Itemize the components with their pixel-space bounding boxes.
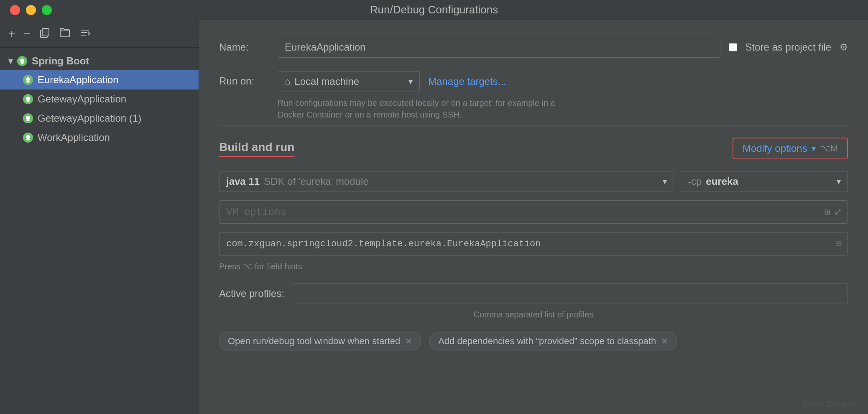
- active-profiles-row: Active profiles:: [219, 283, 848, 304]
- sidebar-item-label: GetewayApplication: [38, 93, 126, 105]
- name-label: Name:: [219, 41, 269, 53]
- content-panel: Name: Store as project file ⚙ Run on: ⌂ …: [199, 20, 868, 414]
- window-title: Run/Debug Configurations: [370, 3, 498, 16]
- section-header: Build and run Modify options ▾ ⌥M: [219, 138, 848, 159]
- group-label: Spring Boot: [32, 55, 89, 67]
- sidebar-item-label: GetewayApplication (1): [38, 112, 141, 124]
- vm-expand-icon[interactable]: ⊞: [825, 207, 830, 218]
- titlebar: Run/Debug Configurations: [0, 0, 868, 20]
- sdk-java-label: java 11: [226, 176, 260, 187]
- sidebar: + −: [0, 20, 199, 414]
- active-profiles-input[interactable]: [293, 283, 848, 304]
- copy-config-button[interactable]: [39, 27, 51, 41]
- watermark: CSDN @zxguan: [803, 399, 858, 408]
- divider: [219, 125, 848, 126]
- sidebar-item-label: EurekaApplication: [38, 74, 118, 86]
- sidebar-tree: ▾ Spring Boot EurekaApplication: [0, 48, 199, 414]
- section-title: Build and run: [219, 141, 294, 156]
- cp-label: -cp: [688, 176, 702, 187]
- vm-options-icons: ⊞ ⤢: [825, 207, 842, 218]
- sdk-dropdown-arrow-icon: ▾: [663, 176, 667, 187]
- run-on-value: Local machine: [294, 76, 359, 87]
- manage-targets-link[interactable]: Manage targets...: [428, 76, 506, 87]
- modify-options-label: Modify options: [743, 143, 807, 154]
- store-project-file-row: Store as project file ⚙: [729, 41, 848, 53]
- vm-options-field[interactable]: VM options ⊞ ⤢: [219, 200, 848, 224]
- sidebar-item-label: WorkApplication: [38, 132, 110, 143]
- geteway1-spring-icon: [23, 113, 33, 124]
- main-container: + −: [0, 20, 868, 414]
- tag-label-0: Open run/debug tool window when started: [228, 336, 400, 347]
- sdk-row: java 11 SDK of 'eureka' module ▾ -cp eur…: [219, 171, 848, 192]
- geteway-spring-icon: [23, 94, 33, 105]
- maximize-button[interactable]: [42, 5, 52, 15]
- run-on-select[interactable]: ⌂ Local machine ▾: [278, 71, 420, 92]
- tag-chip-1: Add dependencies with “provided” scope t…: [429, 332, 677, 350]
- spring-boot-icon: [17, 56, 28, 66]
- main-class-field[interactable]: com.zxguan.springcloud2.template.eureka.…: [219, 232, 848, 256]
- field-hints: Press ⌥ for field hints: [219, 261, 848, 271]
- cp-select[interactable]: -cp eureka ▾: [681, 171, 848, 192]
- sidebar-item-eureka[interactable]: EurekaApplication: [0, 70, 199, 89]
- minimize-button[interactable]: [26, 5, 36, 15]
- modify-options-dropdown-icon: ▾: [812, 143, 816, 153]
- tags-row: Open run/debug tool window when started …: [219, 332, 848, 350]
- sidebar-toolbar: + −: [0, 20, 199, 48]
- main-class-expand-icon[interactable]: ⊞: [836, 238, 842, 250]
- work-spring-icon: [23, 132, 33, 143]
- tag-close-0[interactable]: ✕: [405, 336, 412, 346]
- group-chevron-icon: ▾: [8, 56, 13, 66]
- sidebar-item-work[interactable]: WorkApplication: [0, 128, 199, 147]
- run-on-row: Run on: ⌂ Local machine ▾ Manage targets…: [219, 71, 848, 120]
- active-profiles-label: Active profiles:: [219, 288, 284, 299]
- tag-label-1: Add dependencies with “provided” scope t…: [438, 336, 656, 347]
- sdk-suffix: SDK of 'eureka' module: [264, 176, 369, 187]
- run-on-dropdown-arrow-icon: ▾: [408, 77, 413, 87]
- vm-fullscreen-icon[interactable]: ⤢: [834, 207, 842, 218]
- home-icon: ⌂: [285, 76, 290, 87]
- run-on-label: Run on:: [219, 71, 269, 87]
- main-class-value: com.zxguan.springcloud2.template.eureka.…: [226, 239, 541, 249]
- eureka-spring-icon: [23, 74, 33, 85]
- add-config-button[interactable]: +: [8, 28, 15, 40]
- remove-config-button[interactable]: −: [23, 28, 30, 40]
- cp-dropdown-arrow-icon: ▾: [837, 176, 841, 187]
- sidebar-item-geteway1[interactable]: GetewayApplication (1): [0, 109, 199, 128]
- sdk-select[interactable]: java 11 SDK of 'eureka' module ▾: [219, 171, 674, 192]
- store-project-file-checkbox[interactable]: [729, 43, 737, 51]
- name-input[interactable]: [278, 37, 720, 58]
- tag-close-1[interactable]: ✕: [661, 336, 668, 346]
- modify-options-button[interactable]: Modify options ▾ ⌥M: [733, 138, 848, 159]
- store-label: Store as project file: [745, 41, 831, 53]
- profiles-hint: Comma separated list of profiles: [219, 310, 848, 319]
- vm-options-placeholder: VM options: [226, 207, 286, 218]
- sidebar-item-geteway[interactable]: GetewayApplication: [0, 89, 199, 109]
- cp-value: eureka: [706, 176, 738, 187]
- tag-chip-0: Open run/debug tool window when started …: [219, 332, 421, 350]
- move-to-folder-button[interactable]: [59, 27, 71, 41]
- modify-options-shortcut: ⌥M: [820, 143, 838, 154]
- run-on-hint: Run configurations may be executed local…: [278, 97, 570, 120]
- store-settings-icon[interactable]: ⚙: [840, 42, 848, 53]
- svg-rect-1: [42, 28, 49, 36]
- traffic-lights: [10, 5, 52, 15]
- sort-button[interactable]: [79, 27, 91, 41]
- close-button[interactable]: [10, 5, 20, 15]
- sidebar-group-spring-boot[interactable]: ▾ Spring Boot: [0, 52, 199, 70]
